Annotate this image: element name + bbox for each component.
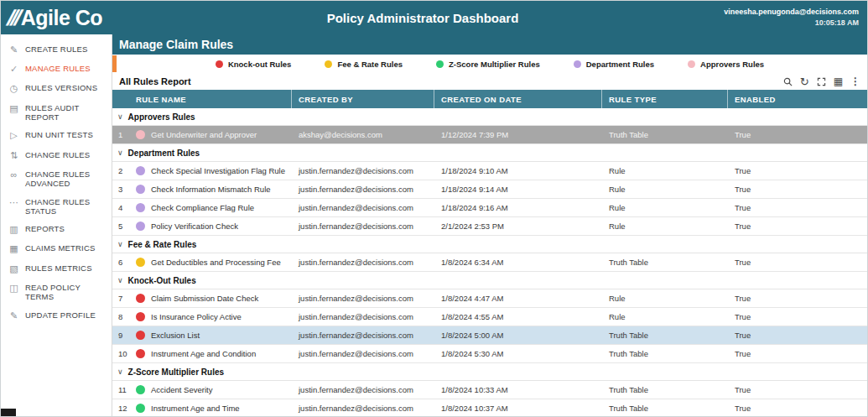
legend-dot <box>436 60 444 68</box>
legend-item-approvers-rules: Approvers Rules <box>688 60 764 69</box>
table-row-rule-5[interactable]: 5Policy Verification Checkjustin.fernand… <box>112 217 867 236</box>
sidebar-item-reports[interactable]: ▥REPORTS <box>1 220 112 239</box>
sidebar-item-read-policy-terms[interactable]: ◫READ POLICY TERMS <box>1 279 112 306</box>
enabled-cell: True <box>728 255 867 269</box>
check-circle-icon: ✓ <box>8 64 19 75</box>
table-row-rule-9[interactable]: 9Exclusion Listjustin.fernandez@decision… <box>112 326 867 345</box>
rule-type-cell: Rule <box>602 291 728 305</box>
sidebar-item-create-rules[interactable]: ✎CREATE RULES <box>1 40 112 60</box>
enabled-cell: True <box>728 164 867 178</box>
group-label: Approvers Rules <box>128 112 195 122</box>
search-icon[interactable] <box>783 77 793 86</box>
sidebar-item-change-rules-status[interactable]: ⋯CHANGE RULES STATUS <box>1 193 112 221</box>
created-on-cell: 1/8/2024 6:34 AM <box>434 255 602 269</box>
rule-name-cell: Get Underwriter and Approver <box>134 128 292 142</box>
legend-label: Department Rules <box>586 60 654 69</box>
chevron-down-icon: ∨ <box>117 277 123 284</box>
rule-name-cell: Is Insurance Policy Active <box>134 310 292 324</box>
rule-name-cell: Exclusion List <box>134 328 292 342</box>
sidebar-item-run-unit-tests[interactable]: ▷RUN UNIT TESTS <box>1 126 112 145</box>
row-number: 9 <box>112 328 134 342</box>
created-by-cell: justin.fernandez@decisions.com <box>292 310 434 324</box>
refresh-icon[interactable]: ↻ <box>800 76 809 87</box>
created-by-cell: akshay@decisions.com <box>292 128 434 142</box>
enabled-cell: True <box>728 383 867 397</box>
rule-name-cell: Check Information Mismatch Rule <box>134 182 292 196</box>
book-icon: ◫ <box>8 283 19 294</box>
created-on-cell: 1/18/2024 9:10 AM <box>434 164 602 178</box>
legend-dot <box>325 60 332 68</box>
sidebar-item-rules-audit-report[interactable]: ▤RULES AUDIT REPORT <box>1 99 112 127</box>
edit-profile-icon: ✎ <box>8 310 19 321</box>
ellipsis-icon: ⋯ <box>8 197 19 208</box>
rule-category-dot <box>136 385 145 394</box>
column-header-created-on-date[interactable]: CREATED ON DATE <box>434 90 602 108</box>
table-row-rule-12[interactable]: 12Instrument Age and Timejustin.fernande… <box>112 399 867 417</box>
accent-bar <box>112 55 117 72</box>
group-header-fee-rate-rules[interactable]: ∨Fee & Rate Rules <box>112 236 867 253</box>
rule-name-cell: Check Special Investigation Flag Rule <box>134 164 292 178</box>
table-row-rule-6[interactable]: 6Get Deductibles and Processing Feejusti… <box>112 253 867 272</box>
created-on-cell: 1/18/2024 9:14 AM <box>434 182 602 196</box>
rule-type-cell: Rule <box>602 310 728 324</box>
pencil-icon: ✎ <box>8 44 19 55</box>
legend-label: Z-Score Multiplier Rules <box>449 60 540 69</box>
rule-type-legend: Knock-out RulesFee & Rate RulesZ-Score M… <box>216 60 764 69</box>
rule-type-cell: Truth Table <box>602 255 728 269</box>
table-row-rule-4[interactable]: 4Check Compliance Flag Rulejustin.fernan… <box>112 199 867 217</box>
metrics-grid-icon: ▧ <box>8 263 19 274</box>
rule-type-cell: Rule <box>602 182 728 196</box>
table-row-rule-7[interactable]: 7Claim Submission Date Checkjustin.ferna… <box>112 289 867 308</box>
sidebar-item-rules-versions[interactable]: ◷RULES VERSIONS <box>1 79 112 98</box>
sidebar-item-label: CHANGE RULES ADVANCED <box>25 169 108 189</box>
column-header-enabled[interactable]: ENABLED <box>728 90 867 108</box>
column-header-rule-type[interactable]: RULE TYPE <box>602 90 728 108</box>
app-root: /// Agile Co Policy Administrator Dashbo… <box>0 0 868 417</box>
group-header-approvers-rules[interactable]: ∨Approvers Rules <box>112 108 867 126</box>
created-on-cell: 1/18/2024 9:16 AM <box>434 201 602 215</box>
legend-item-department-rules: Department Rules <box>574 60 654 69</box>
legend-row: Knock-out RulesFee & Rate RulesZ-Score M… <box>112 55 867 73</box>
group-header-department-rules[interactable]: ∨Department Rules <box>112 144 867 162</box>
sidebar-item-label: RULES VERSIONS <box>25 83 97 92</box>
sidebar-item-update-profile[interactable]: ✎UPDATE PROFILE <box>1 306 112 326</box>
column-header-created-by[interactable]: CREATED BY <box>292 90 434 108</box>
sidebar-item-change-rules[interactable]: ⇅CHANGE RULES <box>1 146 112 165</box>
legend-item-z-score-multiplier-rules: Z-Score Multiplier Rules <box>436 60 540 69</box>
page-title: Policy Administrator Dashboard <box>163 11 708 25</box>
kebab-menu-icon[interactable]: ⋮ <box>850 76 860 86</box>
table-row-rule-1[interactable]: 1Get Underwriter and Approverakshay@deci… <box>112 126 867 144</box>
group-label: Fee & Rate Rules <box>128 240 197 249</box>
expand-icon[interactable] <box>817 77 826 86</box>
sidebar-item-label: RULES METRICS <box>25 263 92 273</box>
group-header-z-score-multiplier-rules[interactable]: ∨Z-Score Multiplier Rules <box>112 363 867 381</box>
export-icon[interactable]: ▦ <box>834 76 843 86</box>
rule-name-cell: Check Compliance Flag Rule <box>134 201 292 215</box>
table-row-rule-3[interactable]: 3Check Information Mismatch Rulejustin.f… <box>112 180 867 199</box>
table-body: ∨Approvers Rules1Get Underwriter and App… <box>112 108 867 417</box>
report-header: All Rules Report ↻▦⋮ <box>112 73 867 90</box>
row-number: 11 <box>112 383 134 397</box>
rule-category-dot <box>136 294 145 303</box>
table-row-rule-2[interactable]: 2Check Special Investigation Flag Ruleju… <box>112 162 867 180</box>
created-on-cell: 1/8/2024 5:00 AM <box>434 328 602 342</box>
sidebar-item-label: RULES AUDIT REPORT <box>25 103 108 122</box>
rule-type-cell: Rule <box>602 164 728 178</box>
group-header-knock-out-rules[interactable]: ∨Knock-Out Rules <box>112 272 867 289</box>
table-row-rule-11[interactable]: 11Accident Severityjustin.fernandez@deci… <box>112 381 867 399</box>
rule-name: Accident Severity <box>151 385 212 394</box>
rule-name-cell: Claim Submission Date Check <box>134 291 292 305</box>
table-row-rule-8[interactable]: 8Is Insurance Policy Activejustin.fernan… <box>112 308 867 326</box>
sidebar-nav: ✎CREATE RULES✓MANAGE RULES◷RULES VERSION… <box>1 34 112 417</box>
sidebar-item-change-rules-advanced[interactable]: ∞CHANGE RULES ADVANCED <box>1 165 112 193</box>
column-header-rule-name[interactable]: RULE NAME <box>112 90 292 108</box>
row-number: 4 <box>112 201 134 215</box>
sidebar-item-rules-metrics[interactable]: ▧RULES METRICS <box>1 259 112 279</box>
clock-time: 10:05:18 AM <box>708 18 859 29</box>
sidebar-item-claims-metrics[interactable]: ▦CLAIMS METRICS <box>1 239 112 258</box>
rule-category-dot <box>136 331 145 340</box>
table-row-rule-10[interactable]: 10Instrument Age and Conditionjustin.fer… <box>112 345 867 363</box>
legend-dot <box>216 60 223 68</box>
rule-name: Policy Verification Check <box>151 222 238 231</box>
sidebar-item-manage-rules[interactable]: ✓MANAGE RULES <box>1 60 112 79</box>
